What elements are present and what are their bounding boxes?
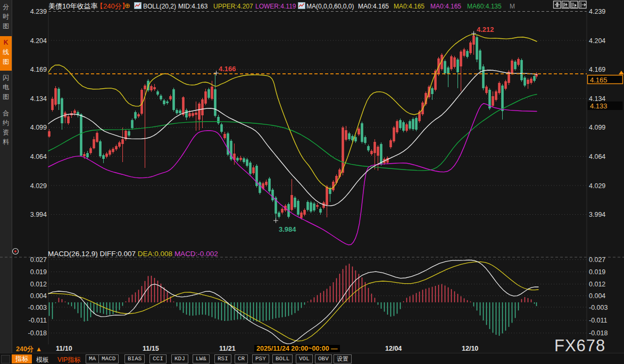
svg-text:4.099: 4.099 (589, 124, 605, 131)
svg-text:4.166: 4.166 (219, 65, 236, 73)
svg-text:4.239: 4.239 (30, 8, 47, 15)
svg-text:3.984: 3.984 (279, 225, 296, 233)
svg-text:0.027: 0.027 (589, 256, 605, 264)
svg-text:4.239: 4.239 (589, 8, 605, 15)
svg-text:0.012: 0.012 (589, 281, 605, 288)
svg-text:4.029: 4.029 (30, 182, 47, 190)
svg-text:4.204: 4.204 (589, 37, 605, 45)
svg-text:4.029: 4.029 (589, 182, 605, 190)
svg-text:4.064: 4.064 (30, 153, 47, 160)
svg-text:0.004: 0.004 (589, 292, 605, 300)
svg-text:4.134: 4.134 (30, 95, 47, 103)
svg-text:0.027: 0.027 (30, 256, 47, 264)
svg-text:4.134: 4.134 (589, 95, 605, 103)
svg-text:4.165: 4.165 (590, 76, 608, 84)
svg-text:3.994: 3.994 (589, 211, 605, 218)
svg-text:4.212: 4.212 (477, 26, 494, 33)
svg-text:3.994: 3.994 (30, 211, 47, 218)
svg-text:4.099: 4.099 (30, 124, 47, 131)
svg-text:4.169: 4.169 (589, 66, 605, 73)
svg-text:-0.011: -0.011 (28, 317, 47, 324)
svg-text:0.004: 0.004 (30, 292, 47, 300)
svg-text:4.064: 4.064 (589, 153, 605, 160)
svg-text:0.019: 0.019 (589, 268, 605, 276)
svg-text:-0.011: -0.011 (589, 317, 608, 324)
svg-text:4.204: 4.204 (30, 37, 47, 45)
svg-text:4.169: 4.169 (30, 66, 47, 73)
svg-text:0.019: 0.019 (30, 268, 47, 276)
svg-text:4.133: 4.133 (590, 102, 608, 110)
svg-text:-0.003: -0.003 (589, 304, 608, 311)
svg-text:-0.018: -0.018 (28, 329, 47, 337)
svg-text:0.012: 0.012 (30, 281, 47, 288)
svg-text:-0.003: -0.003 (28, 304, 47, 311)
